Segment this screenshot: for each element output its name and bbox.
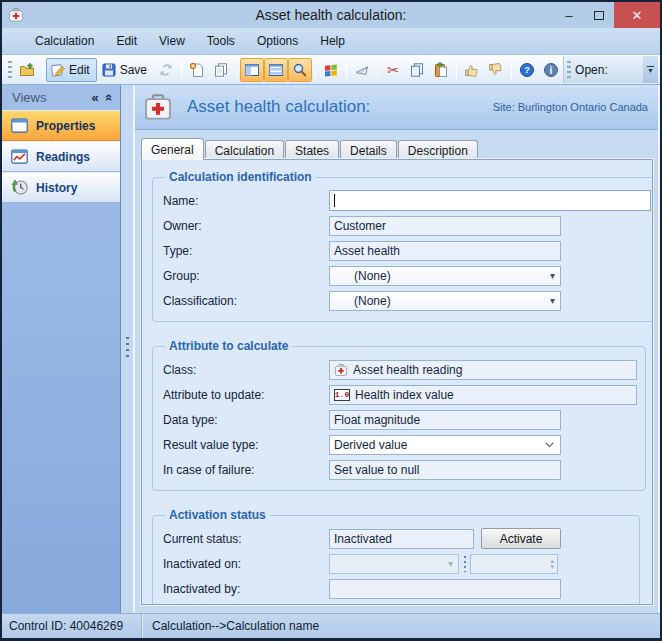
- toolbar: Edit Save: [2, 55, 660, 85]
- form-row: Owner: Customer: [163, 213, 651, 238]
- owner-label: Owner:: [163, 219, 329, 233]
- form-row: Data type: Float magnitude: [163, 407, 637, 432]
- duplicate-button[interactable]: [209, 58, 233, 82]
- sidebar-header: Views « «: [2, 85, 120, 110]
- scissors-icon: ✂: [387, 63, 399, 77]
- form-row: Name:: [163, 188, 651, 213]
- name-label: Name:: [163, 194, 329, 208]
- new-item-icon: [189, 62, 205, 78]
- main-header: Asset health calculation: Site: Burlingt…: [135, 85, 658, 130]
- class-label: Class:: [163, 363, 329, 377]
- toolbar-grip[interactable]: [567, 61, 571, 79]
- menu-help[interactable]: Help: [309, 30, 356, 52]
- copy-icon: [409, 62, 425, 78]
- sidebar-item-label: Properties: [36, 119, 95, 133]
- first-aid-kit-icon: [143, 92, 173, 122]
- toolbar-overflow-button[interactable]: ▼: [643, 56, 658, 83]
- group-title: Activation status: [165, 508, 270, 522]
- inactivated-by-field: [329, 579, 561, 599]
- send-button[interactable]: [350, 58, 374, 82]
- form-row: Current status: Inactivated Activate: [163, 526, 631, 551]
- refresh-icon: [158, 62, 174, 78]
- cut-button[interactable]: ✂: [381, 58, 405, 82]
- menu-options[interactable]: Options: [246, 30, 309, 52]
- duplicate-icon: [213, 62, 229, 78]
- tab-states[interactable]: States: [285, 140, 339, 160]
- split-vertical-toggle[interactable]: [240, 58, 264, 82]
- spin-down-icon: ▾: [550, 564, 554, 570]
- collapse-up-icon[interactable]: «: [102, 94, 117, 101]
- approve-button[interactable]: [460, 58, 484, 82]
- title-bar[interactable]: Asset health calculation: – ✕: [2, 2, 660, 28]
- sidebar-item-properties[interactable]: Properties: [2, 110, 120, 141]
- edit-button-label: Edit: [69, 63, 90, 77]
- search-toggle[interactable]: [288, 58, 312, 82]
- dropdown-arrow-icon: ▾: [550, 294, 555, 308]
- result-value-type-dropdown[interactable]: Derived value: [329, 435, 561, 455]
- activate-button[interactable]: Activate: [481, 528, 561, 549]
- magnifier-icon: [292, 62, 308, 78]
- app-window: Asset health calculation: – ✕ Calculatio…: [0, 0, 662, 641]
- field-splitter-grip[interactable]: [462, 556, 467, 572]
- menu-edit[interactable]: Edit: [105, 30, 148, 52]
- paste-button[interactable]: [429, 58, 453, 82]
- menu-calculation[interactable]: Calculation: [24, 30, 105, 52]
- menu-view[interactable]: View: [148, 30, 196, 52]
- open-folder-button[interactable]: [15, 58, 39, 82]
- toolbar-separator: [315, 60, 316, 80]
- form-row: Class: Asset health reading: [163, 357, 637, 382]
- form-row: Classification: (None) ▾: [163, 288, 651, 313]
- help-button[interactable]: ?: [515, 58, 539, 82]
- dropdown-arrow-icon: ▾: [550, 269, 555, 283]
- tab-description[interactable]: Description: [398, 140, 478, 160]
- in-case-of-failure-label: In case of failure:: [163, 463, 329, 477]
- dropdown-arrow-icon: ▾: [448, 557, 453, 571]
- general-tab-page: Calculation identification Name: Owner: …: [141, 159, 653, 605]
- save-button[interactable]: Save: [97, 58, 154, 82]
- reject-button[interactable]: [484, 58, 508, 82]
- history-clock-icon: [10, 178, 29, 197]
- toolbar-grip[interactable]: [8, 61, 12, 79]
- minimize-button[interactable]: –: [554, 2, 584, 28]
- sidebar-splitter[interactable]: [120, 85, 133, 613]
- classification-dropdown[interactable]: (None) ▾: [329, 291, 561, 311]
- menu-tools[interactable]: Tools: [196, 30, 246, 52]
- maximize-icon: [594, 11, 604, 20]
- form-row: Group: (None) ▾: [163, 263, 651, 288]
- tab-general[interactable]: General: [141, 138, 204, 160]
- windows-button[interactable]: [319, 58, 343, 82]
- first-aid-kit-icon: [334, 363, 348, 377]
- form-row: Result value type: Derived value: [163, 432, 637, 457]
- sidebar-item-readings[interactable]: Readings: [2, 141, 120, 172]
- views-sidebar: Views « « Properties Readin: [2, 85, 120, 613]
- collapse-sidebar-icon[interactable]: «: [92, 90, 99, 105]
- info-button[interactable]: i: [539, 58, 563, 82]
- copy-button[interactable]: [405, 58, 429, 82]
- form-row: Type: Asset health: [163, 238, 651, 263]
- name-input[interactable]: [329, 190, 651, 211]
- svg-text:i: i: [550, 64, 553, 75]
- maximize-button[interactable]: [584, 2, 614, 28]
- open-section: Open: ▼: [563, 56, 658, 83]
- sidebar-item-label: History: [36, 181, 77, 195]
- new-item-button[interactable]: [185, 58, 209, 82]
- form-row: Inactivated by:: [163, 576, 631, 601]
- chevron-down-icon: [545, 442, 554, 448]
- thumb-down-icon: [488, 62, 504, 78]
- toolbar-separator: [511, 60, 512, 80]
- tab-details[interactable]: Details: [340, 140, 397, 160]
- split-horizontal-icon: [268, 62, 284, 78]
- group-dropdown[interactable]: (None) ▾: [329, 266, 561, 286]
- toolbar-separator: [236, 60, 237, 80]
- tab-calculation[interactable]: Calculation: [205, 140, 284, 160]
- group-activation-status: Activation status Current status: Inacti…: [152, 508, 640, 605]
- group-title: Attribute to calculate: [165, 339, 292, 353]
- class-field: Asset health reading: [329, 360, 637, 380]
- split-horizontal-toggle[interactable]: [264, 58, 288, 82]
- sidebar-item-history[interactable]: History: [2, 172, 120, 203]
- menu-bar: Calculation Edit View Tools Options Help: [2, 28, 660, 55]
- save-icon: [101, 62, 117, 78]
- edit-button[interactable]: Edit: [46, 58, 97, 82]
- close-button[interactable]: ✕: [614, 2, 660, 28]
- info-icon: i: [543, 62, 559, 78]
